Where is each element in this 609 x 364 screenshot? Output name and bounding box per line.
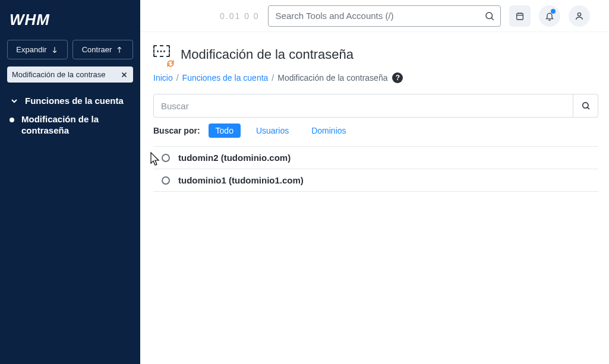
crumb-category[interactable]: Funciones de la cuenta — [182, 73, 269, 83]
radio-input[interactable] — [162, 176, 170, 185]
breadcrumb: Inicio / Funciones de la cuenta / Modifi… — [153, 72, 598, 83]
notification-dot — [551, 9, 556, 14]
password-icon: ••• — [153, 45, 172, 64]
sidebar-item-password-mod[interactable]: Modificación de la contraseña — [10, 114, 131, 137]
user-icon — [575, 11, 584, 21]
search-icon[interactable] — [484, 11, 495, 21]
collapse-button[interactable]: Contraer — [72, 40, 133, 59]
account-label: tudominio1 (tudominio1.com) — [178, 175, 304, 185]
global-search-input[interactable] — [268, 5, 501, 27]
collapse-label: Contraer — [82, 45, 112, 54]
whm-logo[interactable]: WHM — [10, 11, 131, 29]
server-load: 0.01 0 0 — [220, 11, 260, 21]
arrow-down-icon — [51, 46, 59, 54]
chevron-down-icon — [10, 96, 19, 106]
close-icon[interactable] — [120, 71, 128, 79]
crumb-current: Modificación de la contraseña — [277, 73, 387, 83]
svg-rect-1 — [516, 13, 523, 20]
svg-point-0 — [486, 12, 493, 19]
crumb-sep: / — [176, 73, 179, 83]
page-header: ••• Modificación de la contraseña — [153, 45, 598, 64]
svg-point-2 — [578, 12, 580, 15]
searchby-label: Buscar por: — [153, 126, 200, 135]
radio-input[interactable] — [162, 154, 170, 162]
filter-users[interactable]: Usuarios — [249, 124, 296, 138]
expand-label: Expandir — [16, 45, 46, 54]
sidebar: WHM Expandir Contraer Modificación de la… — [0, 0, 140, 364]
crumb-home[interactable]: Inicio — [153, 73, 173, 83]
sidebar-category-label: Funciones de la cuenta — [25, 96, 124, 106]
account-list: tudomin2 (tudominio.com) tudominio1 (tud… — [153, 146, 598, 192]
sidebar-filter-pill[interactable]: Modificación de la contrase — [7, 67, 133, 83]
account-filter-row — [153, 94, 598, 118]
sidebar-filter-text: Modificación de la contrase — [12, 70, 106, 79]
account-label: tudomin2 (tudominio.com) — [178, 153, 291, 163]
refresh-icon — [166, 59, 175, 68]
filter-all[interactable]: Todo — [209, 124, 241, 138]
account-filter-search-button[interactable] — [573, 94, 598, 118]
user-menu-button[interactable] — [569, 5, 590, 27]
account-row[interactable]: tudominio1 (tudominio1.com) — [153, 169, 598, 191]
account-filter-input[interactable] — [153, 94, 573, 118]
calendar-icon — [515, 11, 525, 21]
expand-button[interactable]: Expandir — [7, 40, 68, 59]
main: 0.01 0 0 ••• Modificaci — [140, 0, 609, 364]
arrow-up-icon — [115, 46, 124, 54]
searchby-row: Buscar por: Todo Usuarios Dominios — [153, 124, 598, 138]
crumb-sep: / — [272, 73, 274, 83]
global-search-wrap — [268, 5, 501, 27]
topbar: 0.01 0 0 — [140, 0, 609, 32]
content: ••• Modificación de la contraseña Inicio… — [140, 32, 609, 364]
notifications-button[interactable] — [539, 5, 560, 27]
account-row[interactable]: tudomin2 (tudominio.com) — [153, 147, 598, 169]
active-dot-icon — [10, 118, 14, 122]
sidebar-category[interactable]: Funciones de la cuenta — [10, 96, 131, 106]
sidebar-item-label: Modificación de la contraseña — [21, 114, 131, 137]
help-icon[interactable]: ? — [392, 72, 403, 83]
svg-point-3 — [582, 103, 588, 108]
search-icon — [581, 101, 591, 110]
page-title: Modificación de la contraseña — [181, 47, 354, 62]
filter-domains[interactable]: Dominios — [304, 124, 353, 138]
news-button[interactable] — [509, 5, 531, 27]
